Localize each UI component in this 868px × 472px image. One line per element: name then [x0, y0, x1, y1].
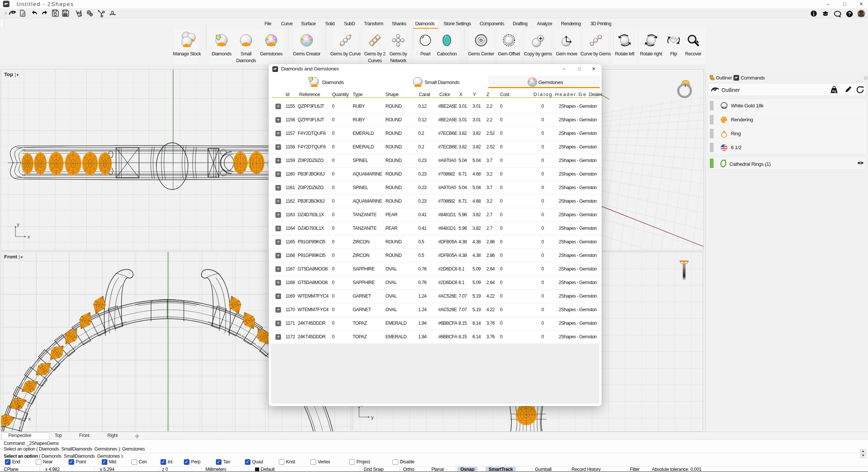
svg-text:z: z — [18, 404, 20, 409]
svg-text:y: y — [371, 414, 374, 420]
svg-text:x: x — [28, 416, 31, 422]
svg-text:Kg: Kg — [832, 90, 836, 93]
svg-text:y: y — [17, 222, 20, 227]
svg-text:?: ? — [848, 11, 851, 17]
svg-text:x: x — [28, 234, 30, 240]
svg-text:18K: 18K — [723, 107, 726, 108]
